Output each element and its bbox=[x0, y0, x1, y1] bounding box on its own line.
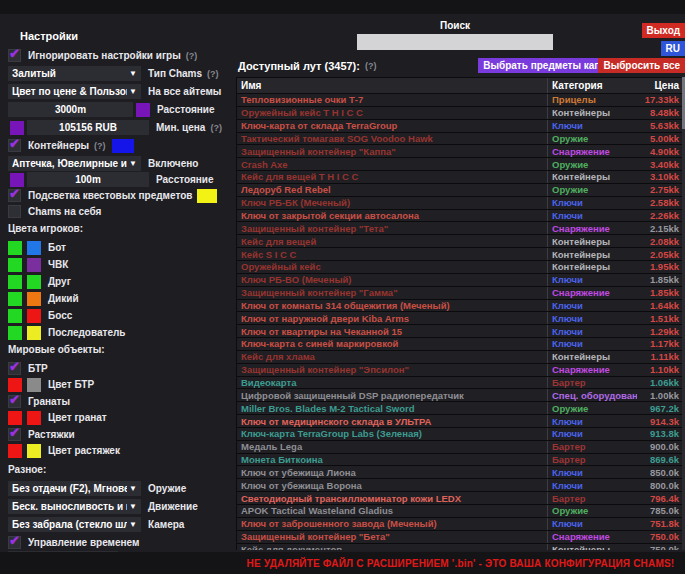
camera-select[interactable]: Без забрала (стекло шлема) ▼ bbox=[8, 517, 141, 532]
player-color-swatch-1[interactable] bbox=[8, 241, 22, 255]
column-name[interactable]: Имя bbox=[237, 80, 547, 91]
player-color-swatch-2[interactable] bbox=[27, 275, 41, 289]
tripwire-swatch-2[interactable] bbox=[27, 444, 41, 458]
help-icon[interactable]: (?) bbox=[94, 141, 106, 151]
quest-highlight-color-swatch[interactable] bbox=[197, 189, 217, 203]
help-icon[interactable]: (?) bbox=[186, 51, 198, 61]
help-icon[interactable]: (?) bbox=[207, 69, 219, 79]
table-row[interactable]: Кейс для хламаКонтейнеры1.11kk bbox=[237, 351, 684, 364]
drop-all-button[interactable]: Выбросить все bbox=[598, 58, 685, 73]
table-row[interactable]: Ключ РБ-БК (Меченый)Ключи2.58kk bbox=[237, 197, 684, 210]
item-category: Снаряжение bbox=[547, 145, 637, 157]
item-name: Ключ от убежища Ворона bbox=[237, 480, 547, 491]
distance-color-swatch[interactable] bbox=[136, 103, 150, 117]
column-category[interactable]: Категория bbox=[547, 78, 637, 93]
item-name: Ключ от квартиры на Чеканной 15 bbox=[237, 326, 547, 337]
settings-sidebar: Настройки ✔ Игнорировать настройки игры … bbox=[8, 30, 234, 569]
table-row[interactable]: APOK Tactical Wasteland GladiusОружие785… bbox=[237, 505, 684, 518]
item-price: 1.51kk bbox=[637, 313, 684, 324]
tripwires-checkbox[interactable]: ✔ bbox=[8, 428, 21, 441]
table-row[interactable]: Цифровой защищенный DSP радиопередатчикС… bbox=[237, 389, 684, 402]
table-row[interactable]: Ключ от квартиры на Чеканной 15Ключи1.29… bbox=[237, 325, 684, 338]
table-row[interactable]: Кейс для вещей T H I C CКонтейнеры3.10kk bbox=[237, 171, 684, 184]
quest-highlight-checkbox[interactable]: ✔ bbox=[8, 189, 21, 202]
table-row[interactable]: Защищенный контейнер "Гамма"Снаряжение1.… bbox=[237, 287, 684, 300]
grenades-checkbox[interactable]: ✔ bbox=[8, 395, 21, 408]
table-row[interactable]: Кейс для вещейКонтейнеры2.08kk bbox=[237, 235, 684, 248]
table-row[interactable]: Защищенный контейнер "Каппа"Снаряжение4.… bbox=[237, 145, 684, 158]
player-color-swatch-1[interactable] bbox=[8, 292, 22, 306]
table-row[interactable]: Кейс для документовКонтейнеры750.0k bbox=[237, 544, 684, 550]
player-color-swatch-2[interactable] bbox=[27, 241, 41, 255]
table-row[interactable]: Ключ от заброшенного завода (Меченый)Клю… bbox=[237, 518, 684, 531]
min-price-color-swatch[interactable] bbox=[10, 121, 24, 135]
weapon-row: Без отдачи (F2), Мгновенное п ▼ Оружие bbox=[8, 481, 234, 496]
min-price-input[interactable] bbox=[27, 120, 149, 135]
table-row[interactable]: Кейс S I C CКонтейнеры2.05kk bbox=[237, 248, 684, 261]
item-price: 17.33kk bbox=[637, 94, 684, 105]
btr-swatch-2[interactable] bbox=[27, 378, 41, 392]
table-row[interactable]: Ключ от убежища ВоронаКлючи800.0k bbox=[237, 479, 684, 492]
table-row[interactable]: Miller Bros. Blades M-2 Tactical SwordОр… bbox=[237, 402, 684, 415]
table-row[interactable]: Ледоруб Red RebelОружие2.75kk bbox=[237, 184, 684, 197]
table-row[interactable]: Тактический томагавк SOG Voodoo HawkОруж… bbox=[237, 133, 684, 146]
table-row[interactable]: Ключ от убежища ЛионаКлючи850.0k bbox=[237, 466, 684, 479]
color-mode-select[interactable]: Цвет по цене & Пользователь ▼ bbox=[8, 84, 141, 99]
chams-type-select[interactable]: Залитый ▼ bbox=[8, 66, 141, 81]
table-row[interactable]: Ключ РБ-ВО (Меченый)Ключи1.85kk bbox=[237, 274, 684, 287]
container-filter-select[interactable]: Аптечка, Ювелирные и... ▼ bbox=[8, 156, 141, 171]
table-row[interactable]: Медаль LegaБартер900.0k bbox=[237, 441, 684, 454]
distance-input[interactable] bbox=[8, 102, 133, 117]
table-row[interactable]: Оружейный кейс T H I C CКонтейнеры8.48kk bbox=[237, 107, 684, 120]
table-row[interactable]: Crash AxeОружие3.40kk bbox=[237, 158, 684, 171]
table-row[interactable]: Ключ от закрытой секции автосалонаКлючи2… bbox=[237, 210, 684, 223]
table-row[interactable]: Ключ от медицинского склада в УЛЬТРАКлюч… bbox=[237, 415, 684, 428]
item-name: Видеокарта bbox=[237, 377, 547, 388]
tripwire-swatch-1[interactable] bbox=[8, 444, 22, 458]
movement-select[interactable]: Беск. выносливость и нет уста ▼ bbox=[8, 499, 141, 514]
player-color-swatch-1[interactable] bbox=[8, 258, 22, 272]
table-row[interactable]: Ключ-карта с синей маркировкойКлючи1.17k… bbox=[237, 338, 684, 351]
container-distance-color-swatch[interactable] bbox=[10, 173, 24, 187]
item-name: Ключ РБ-ВО (Меченый) bbox=[237, 274, 547, 285]
player-color-swatch-2[interactable] bbox=[27, 309, 41, 323]
table-row[interactable]: Защищенный контейнер "Тета"Снаряжение2.1… bbox=[237, 222, 684, 235]
btr-swatch-1[interactable] bbox=[8, 378, 22, 392]
player-color-swatch-2[interactable] bbox=[27, 292, 41, 306]
exit-button[interactable]: Выход bbox=[642, 23, 685, 38]
table-row[interactable]: Оружейный кейсКонтейнеры1.95kk bbox=[237, 261, 684, 274]
select-kappa-items-button[interactable]: Выбрать предметы каппа bbox=[478, 58, 617, 73]
weapon-select[interactable]: Без отдачи (F2), Мгновенное п ▼ bbox=[8, 481, 141, 496]
time-control-checkbox[interactable]: ✔ bbox=[8, 536, 21, 549]
ignore-game-settings-checkbox[interactable]: ✔ bbox=[8, 49, 21, 62]
grenade-swatch-1[interactable] bbox=[8, 411, 22, 425]
containers-color-swatch[interactable] bbox=[112, 139, 134, 153]
help-icon[interactable]: (?) bbox=[365, 61, 377, 71]
player-color-swatch-1[interactable] bbox=[8, 309, 22, 323]
container-distance-input[interactable] bbox=[27, 172, 149, 187]
table-row[interactable]: Монета БиткоинаБартер869.6k bbox=[237, 454, 684, 467]
table-row[interactable]: Ключ от наружной двери Kiba ArmsКлючи1.5… bbox=[237, 312, 684, 325]
table-row[interactable]: Ключ-карта TerraGroup Labs (Зеленая)Ключ… bbox=[237, 428, 684, 441]
player-color-swatch-2[interactable] bbox=[27, 258, 41, 272]
table-row[interactable]: Защищенный контейнер "Бета"Снаряжение750… bbox=[237, 531, 684, 544]
search-input[interactable] bbox=[357, 34, 553, 50]
player-color-swatch-2[interactable] bbox=[27, 326, 41, 340]
grenade-swatch-2[interactable] bbox=[27, 411, 41, 425]
player-color-swatch-1[interactable] bbox=[8, 326, 22, 340]
table-row[interactable]: Ключ от комнаты 314 общежития (Меченый)К… bbox=[237, 300, 684, 313]
table-row[interactable]: Защищенный контейнер "Эпсилон"Снаряжение… bbox=[237, 364, 684, 377]
containers-checkbox[interactable]: ✔ bbox=[8, 139, 21, 152]
table-row[interactable]: Тепловизионные очки Т-7Прицелы17.33kk bbox=[237, 94, 684, 107]
help-icon[interactable]: (?) bbox=[210, 123, 222, 133]
table-row[interactable]: ВидеокартаБартер1.06kk bbox=[237, 377, 684, 390]
chams-self-checkbox[interactable] bbox=[8, 205, 21, 218]
language-button[interactable]: RU bbox=[661, 41, 685, 56]
column-price[interactable]: Цена bbox=[637, 80, 684, 91]
table-row[interactable]: Светодиодный трансиллюминатор кожи LEDXБ… bbox=[237, 492, 684, 505]
loot-table-body: Тепловизионные очки Т-7Прицелы17.33kkОру… bbox=[236, 94, 685, 550]
player-color-swatch-1[interactable] bbox=[8, 275, 22, 289]
player-color-label: Дикий bbox=[48, 293, 79, 304]
table-row[interactable]: Ключ-карта от склада TerraGroupКлючи5.63… bbox=[237, 120, 684, 133]
btr-checkbox[interactable]: ✔ bbox=[8, 362, 21, 375]
